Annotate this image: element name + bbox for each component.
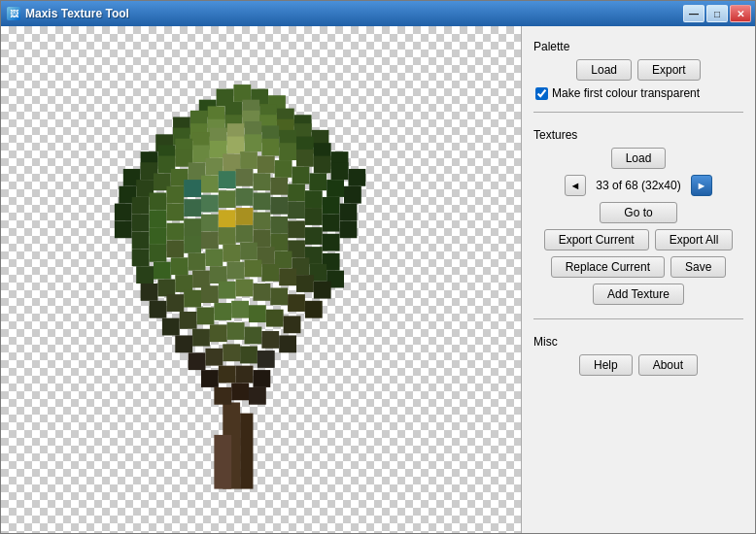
svg-rect-133 bbox=[157, 280, 175, 297]
svg-rect-126 bbox=[240, 243, 258, 260]
svg-rect-111 bbox=[184, 236, 201, 253]
svg-rect-97 bbox=[150, 227, 167, 245]
goto-button[interactable]: Go to bbox=[600, 202, 676, 223]
svg-rect-136 bbox=[210, 266, 227, 284]
transparent-checkbox-row: Make first colour transparent bbox=[535, 86, 743, 100]
svg-rect-2 bbox=[214, 435, 231, 489]
prev-texture-button[interactable]: ◄ bbox=[565, 175, 586, 196]
svg-rect-81 bbox=[340, 204, 358, 221]
add-row: Add Texture bbox=[533, 284, 743, 305]
svg-rect-161 bbox=[175, 335, 192, 352]
next-texture-button[interactable]: ► bbox=[691, 175, 712, 196]
svg-rect-171 bbox=[240, 347, 258, 364]
svg-rect-174 bbox=[219, 366, 236, 384]
svg-rect-94 bbox=[323, 215, 340, 232]
svg-rect-45 bbox=[245, 134, 262, 151]
textures-label: Textures bbox=[533, 128, 743, 142]
svg-rect-168 bbox=[189, 352, 206, 370]
svg-rect-76 bbox=[184, 180, 201, 197]
svg-rect-78 bbox=[288, 184, 305, 202]
minimize-button[interactable]: — bbox=[683, 5, 704, 22]
svg-rect-93 bbox=[305, 208, 323, 225]
svg-rect-46 bbox=[261, 139, 279, 156]
close-button[interactable]: ✕ bbox=[730, 5, 751, 22]
svg-rect-62 bbox=[292, 167, 310, 184]
replace-current-button[interactable]: Replace Current bbox=[551, 256, 665, 278]
svg-rect-146 bbox=[201, 285, 219, 303]
svg-rect-96 bbox=[132, 232, 150, 250]
maximize-button[interactable]: □ bbox=[706, 5, 728, 22]
svg-rect-108 bbox=[132, 249, 150, 266]
content-area: Palette Load Export Make first colour tr… bbox=[1, 26, 755, 533]
svg-rect-71 bbox=[201, 176, 219, 193]
svg-rect-59 bbox=[240, 151, 258, 169]
svg-rect-140 bbox=[279, 268, 296, 285]
svg-rect-132 bbox=[141, 284, 158, 301]
svg-rect-67 bbox=[132, 197, 150, 215]
texture-nav-info: 33 of 68 (32x40) bbox=[590, 179, 687, 192]
svg-rect-77 bbox=[219, 171, 236, 188]
svg-rect-113 bbox=[219, 227, 236, 245]
svg-rect-150 bbox=[270, 287, 288, 305]
main-window: 🖼 Maxis Texture Tool — □ ✕ bbox=[0, 0, 756, 534]
svg-rect-173 bbox=[201, 370, 219, 387]
about-button[interactable]: About bbox=[638, 354, 698, 376]
svg-rect-69 bbox=[166, 186, 184, 204]
textures-load-button[interactable]: Load bbox=[611, 148, 667, 169]
svg-rect-134 bbox=[175, 275, 192, 292]
svg-rect-167 bbox=[279, 335, 296, 352]
texture-preview bbox=[30, 46, 467, 521]
svg-rect-122 bbox=[171, 257, 189, 275]
svg-rect-4 bbox=[233, 84, 251, 102]
svg-rect-147 bbox=[219, 282, 236, 299]
svg-rect-158 bbox=[249, 305, 266, 322]
svg-rect-47 bbox=[279, 143, 296, 160]
goto-row: Go to bbox=[533, 202, 743, 223]
svg-rect-103 bbox=[253, 213, 270, 230]
export-row: Export Current Export All bbox=[533, 229, 743, 250]
svg-rect-66 bbox=[115, 204, 132, 221]
title-bar: 🖼 Maxis Texture Tool — □ ✕ bbox=[1, 1, 755, 26]
svg-rect-124 bbox=[205, 249, 223, 266]
svg-rect-152 bbox=[305, 301, 323, 318]
save-button[interactable]: Save bbox=[670, 256, 726, 278]
export-all-button[interactable]: Export All bbox=[655, 229, 734, 250]
transparent-checkbox[interactable] bbox=[535, 87, 548, 100]
svg-rect-156 bbox=[214, 303, 231, 320]
svg-rect-95 bbox=[340, 220, 358, 238]
svg-rect-121 bbox=[154, 262, 171, 280]
svg-rect-99 bbox=[184, 218, 201, 236]
svg-rect-88 bbox=[219, 190, 236, 208]
svg-rect-154 bbox=[180, 312, 197, 329]
palette-divider bbox=[533, 112, 743, 113]
svg-rect-60 bbox=[258, 156, 275, 174]
svg-rect-89 bbox=[236, 188, 254, 206]
palette-label: Palette bbox=[533, 40, 743, 53]
svg-rect-137 bbox=[227, 262, 245, 280]
svg-rect-125 bbox=[223, 245, 240, 262]
svg-rect-63 bbox=[309, 173, 326, 190]
add-texture-button[interactable]: Add Texture bbox=[593, 284, 684, 305]
export-current-button[interactable]: Export Current bbox=[544, 229, 649, 250]
svg-rect-51 bbox=[348, 169, 365, 186]
help-button[interactable]: Help bbox=[579, 354, 633, 376]
misc-divider bbox=[533, 318, 743, 319]
svg-rect-139 bbox=[261, 264, 279, 282]
svg-rect-106 bbox=[305, 227, 323, 245]
misc-btn-row: Help About bbox=[533, 354, 743, 376]
palette-export-button[interactable]: Export bbox=[637, 59, 701, 81]
svg-rect-92 bbox=[288, 201, 305, 218]
svg-rect-138 bbox=[245, 260, 262, 278]
svg-rect-101 bbox=[219, 210, 236, 227]
svg-rect-83 bbox=[132, 215, 150, 232]
svg-rect-162 bbox=[192, 329, 210, 347]
svg-rect-172 bbox=[258, 350, 275, 368]
svg-rect-114 bbox=[236, 225, 254, 243]
svg-rect-91 bbox=[270, 197, 288, 215]
svg-rect-58 bbox=[223, 153, 240, 171]
replace-row: Replace Current Save bbox=[533, 256, 743, 278]
textures-section: Textures Load ◄ 33 of 68 (32x40) ► Go to… bbox=[533, 124, 743, 315]
svg-rect-90 bbox=[253, 192, 270, 210]
palette-load-button[interactable]: Load bbox=[576, 59, 632, 81]
svg-rect-102 bbox=[236, 208, 254, 225]
